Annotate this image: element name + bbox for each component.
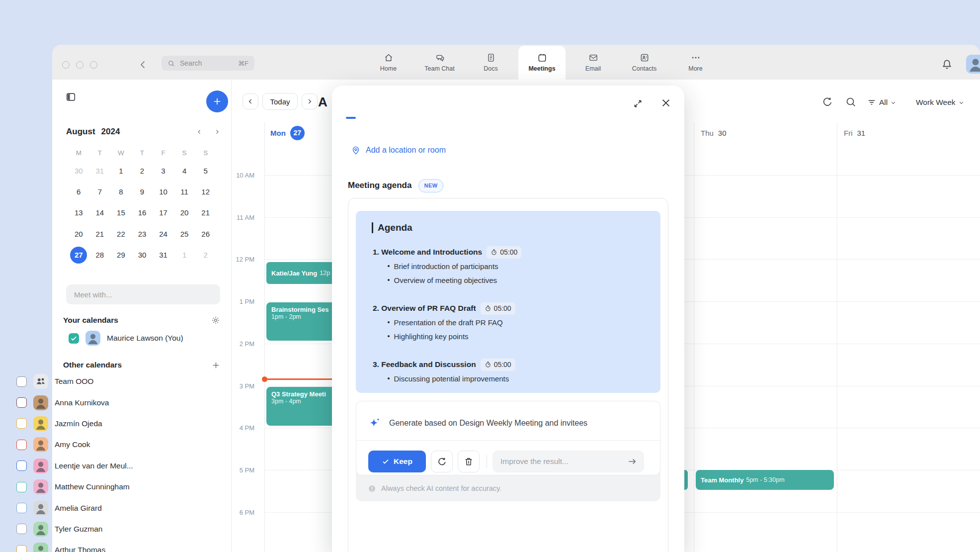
add-location-link[interactable]: Add a location or room: [351, 145, 446, 155]
calendar-filter[interactable]: All: [867, 96, 897, 108]
date-cell[interactable]: 29: [110, 245, 132, 266]
today-button[interactable]: Today: [262, 93, 298, 110]
improve-result-input[interactable]: [499, 457, 623, 466]
regenerate-button[interactable]: [431, 451, 453, 472]
meet-with-input[interactable]: [73, 290, 213, 299]
prev-week-button[interactable]: [243, 93, 258, 109]
calendar-checkbox-checked[interactable]: [69, 333, 79, 344]
refresh-icon[interactable]: [821, 96, 833, 108]
date-cell[interactable]: 30: [132, 245, 153, 266]
date-cell[interactable]: 17: [153, 202, 174, 223]
calendar-row[interactable]: Matthew Cunningham: [10, 476, 174, 497]
add-calendar-icon[interactable]: [212, 361, 220, 369]
close-window-button[interactable]: [62, 61, 70, 69]
calendar-checkbox[interactable]: [16, 524, 27, 534]
tab-docs[interactable]: Docs: [465, 45, 516, 80]
calendar-search-icon[interactable]: [845, 96, 857, 108]
calendar-checkbox[interactable]: [16, 545, 27, 552]
create-event-button[interactable]: [206, 91, 228, 112]
calendar-row[interactable]: Leentje van der Meul...: [10, 456, 174, 476]
date-cell[interactable]: 12: [195, 181, 216, 202]
notifications-bell-icon[interactable]: [941, 58, 953, 71]
date-cell[interactable]: 1: [110, 160, 132, 181]
date-cell[interactable]: 25: [174, 223, 195, 244]
submit-arrow-icon[interactable]: [627, 457, 637, 466]
search-input[interactable]: [179, 59, 231, 68]
duration-chip: 05:00: [481, 359, 515, 371]
date-cell[interactable]: 16: [132, 202, 153, 223]
date-cell[interactable]: 3: [153, 160, 174, 181]
calendar-checkbox[interactable]: [16, 440, 27, 450]
date-cell[interactable]: 23: [132, 223, 153, 244]
date-cell[interactable]: 2: [132, 160, 153, 181]
keep-button[interactable]: Keep: [368, 451, 426, 472]
calendar-row-owner[interactable]: Maurice Lawson (You): [62, 329, 226, 347]
calendar-row[interactable]: Amy Cook: [10, 434, 174, 455]
date-cell[interactable]: 14: [89, 202, 111, 223]
date-cell[interactable]: 22: [110, 223, 132, 244]
calendar-row[interactable]: Jazmín Ojeda: [10, 413, 174, 434]
date-cell[interactable]: 31: [153, 245, 174, 266]
history-back-button[interactable]: [137, 59, 149, 71]
date-cell[interactable]: 4: [174, 160, 195, 181]
date-cell-selected[interactable]: 27: [68, 245, 89, 266]
user-avatar[interactable]: [966, 55, 980, 74]
calendar-checkbox[interactable]: [16, 418, 27, 429]
tab-email[interactable]: Email: [568, 45, 619, 80]
zoom-window-button[interactable]: [90, 61, 97, 69]
date-cell[interactable]: 9: [132, 181, 153, 202]
mini-calendar-next-icon[interactable]: [214, 128, 220, 135]
view-selector[interactable]: Work Week: [916, 96, 965, 108]
calendar-checkbox[interactable]: [16, 376, 27, 387]
date-cell[interactable]: 13: [68, 202, 89, 223]
minimize-window-button[interactable]: [76, 61, 83, 69]
date-cell[interactable]: 8: [110, 181, 132, 202]
calendar-row[interactable]: Anna Kurnikova: [10, 392, 174, 413]
date-cell[interactable]: 21: [89, 223, 111, 244]
app-screen: ⌘F Home Team Chat Docs Meetings Email Co…: [0, 0, 980, 552]
tab-more[interactable]: More: [670, 45, 721, 80]
tab-team-chat[interactable]: Team Chat: [414, 45, 465, 80]
improve-result-field[interactable]: [492, 451, 644, 472]
date-cell[interactable]: 26: [195, 223, 216, 244]
date-cell[interactable]: 15: [110, 202, 132, 223]
delete-button[interactable]: [458, 451, 480, 472]
tab-contacts[interactable]: Contacts: [619, 45, 670, 80]
date-cell[interactable]: 6: [68, 181, 89, 202]
event-team-monthly[interactable]: Team Monthly 5pm - 5:30pm: [696, 470, 834, 490]
date-cell[interactable]: 30: [68, 160, 89, 181]
date-cell[interactable]: 2: [195, 245, 216, 266]
calendar-checkbox[interactable]: [16, 397, 27, 408]
calendar-checkbox[interactable]: [16, 503, 27, 513]
mini-calendar-year: 2024: [101, 127, 120, 137]
date-cell[interactable]: 28: [89, 245, 111, 266]
tab-home[interactable]: Home: [363, 45, 414, 80]
tab-meetings[interactable]: Meetings: [516, 45, 568, 80]
gear-icon[interactable]: [211, 316, 220, 325]
calendar-row[interactable]: Arthur Thomas: [10, 540, 174, 552]
date-cell[interactable]: 31: [89, 160, 111, 181]
mini-calendar-prev-icon[interactable]: [196, 128, 202, 135]
date-cell[interactable]: 11: [174, 181, 195, 202]
date-cell[interactable]: 21: [195, 202, 216, 223]
avatar: [33, 437, 48, 452]
meet-with-field[interactable]: [66, 284, 220, 304]
date-cell[interactable]: 7: [89, 181, 111, 202]
global-search[interactable]: ⌘F: [162, 56, 254, 71]
date-cell[interactable]: 24: [153, 223, 174, 244]
expand-icon[interactable]: [633, 98, 643, 109]
date-cell[interactable]: 20: [68, 223, 89, 244]
calendar-row[interactable]: Amelia Girard: [10, 497, 174, 518]
close-icon[interactable]: [660, 97, 671, 108]
next-week-button[interactable]: [302, 93, 318, 109]
calendar-checkbox[interactable]: [16, 482, 27, 492]
calendar-row[interactable]: Tyler Guzman: [10, 519, 174, 540]
calendar-checkbox[interactable]: [16, 460, 27, 471]
date-cell[interactable]: 1: [174, 245, 195, 266]
date-cell[interactable]: 10: [153, 181, 174, 202]
date-cell[interactable]: 20: [174, 202, 195, 223]
date-cell[interactable]: 5: [195, 160, 216, 181]
sidebar-toggle-icon[interactable]: [65, 92, 77, 102]
calendar-row[interactable]: Team OOO: [10, 371, 174, 392]
home-icon: [384, 53, 394, 63]
